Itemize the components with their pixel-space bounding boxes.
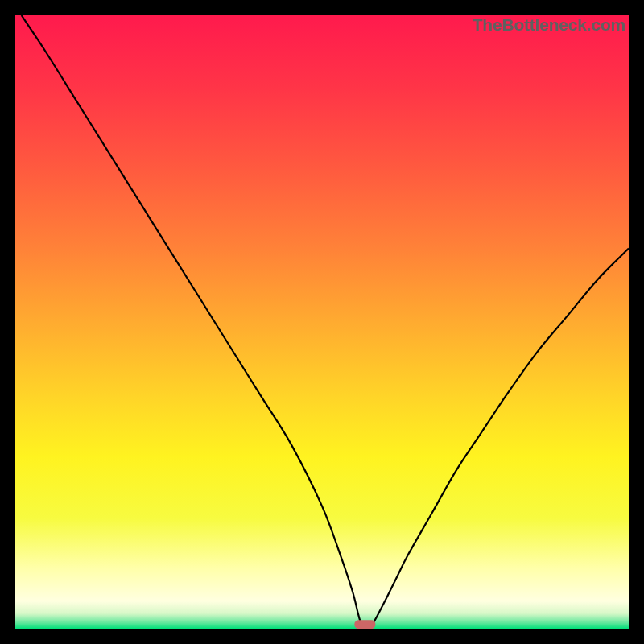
gradient-background xyxy=(15,15,629,629)
minimum-marker xyxy=(354,620,375,629)
chart-frame: TheBottleneck.com xyxy=(15,15,629,629)
watermark-text: TheBottleneck.com xyxy=(473,15,625,35)
bottleneck-chart xyxy=(15,15,629,629)
